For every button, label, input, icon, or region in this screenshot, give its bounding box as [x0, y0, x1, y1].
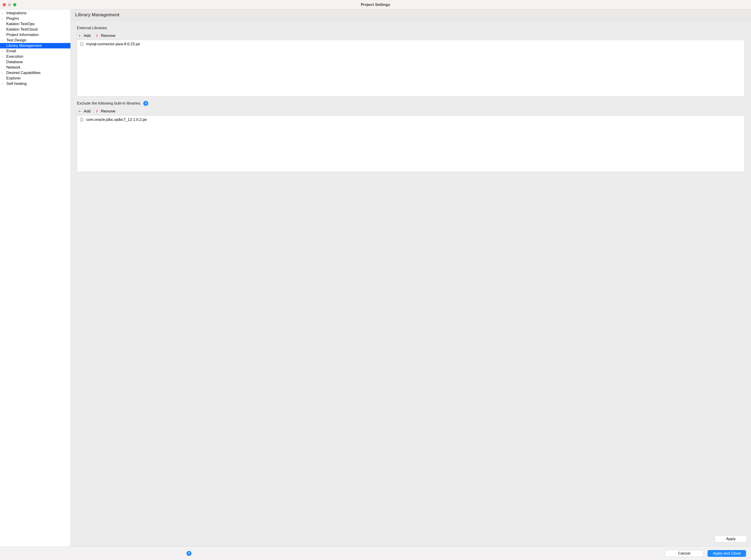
sidebar-item[interactable]: ›Integrations — [0, 11, 71, 16]
svg-text:010: 010 — [81, 119, 83, 121]
library-filename: com.oracle.jdbc.ojdbc7_12.1.0.2.jar — [86, 117, 147, 122]
content-body: External Libraries Add Remove — [71, 20, 751, 532]
chevron-right-icon: › — [2, 12, 5, 15]
chevron-right-icon: › — [2, 39, 5, 42]
sidebar-item[interactable]: Database — [0, 59, 71, 65]
sidebar-item-label: Integrations — [5, 11, 26, 15]
exclude-builtin-toolbar: Add Remove — [77, 108, 745, 114]
sidebar-item-label: Explorer — [5, 76, 21, 81]
content-pane: Library Management External Libraries Ad… — [71, 9, 751, 546]
sidebar-item[interactable]: Katalon TestOps — [0, 21, 71, 27]
sidebar: ›Integrations›PluginsKatalon TestOpsKata… — [0, 9, 71, 546]
sidebar-item-label: Database — [5, 60, 23, 64]
cancel-button[interactable]: Cancel — [665, 550, 704, 557]
exclude-add-label: Add — [84, 109, 91, 114]
jar-file-icon: 010 — [79, 42, 84, 46]
sidebar-item[interactable]: ›Plugins — [0, 16, 71, 21]
external-remove-label: Remove — [101, 34, 115, 38]
external-libraries-toolbar: Add Remove — [77, 33, 745, 38]
sidebar-item-label: Katalon TestCloud — [5, 27, 38, 32]
external-libraries-title: External Libraries — [77, 26, 745, 30]
trash-icon — [94, 108, 100, 114]
chevron-right-icon: › — [2, 71, 5, 75]
sidebar-item[interactable]: Explorer — [0, 76, 71, 81]
content-header: Library Management — [71, 9, 751, 20]
sidebar-item[interactable]: Katalon TestCloud — [0, 27, 71, 32]
jar-file-icon: 010 — [79, 117, 84, 122]
sidebar-item-label: Network — [5, 65, 20, 70]
sidebar-item[interactable]: ›Test Design — [0, 38, 71, 43]
footer-help-icon[interactable]: ? — [186, 551, 192, 556]
sidebar-item-label: Test Design — [5, 38, 26, 42]
library-row[interactable]: 010com.oracle.jdbc.ojdbc7_12.1.0.2.jar — [77, 116, 745, 124]
help-icon[interactable]: ? — [143, 101, 148, 106]
chevron-right-icon: › — [2, 55, 5, 58]
sidebar-item-label: Katalon TestOps — [5, 22, 34, 26]
main: ›Integrations›PluginsKatalon TestOpsKata… — [0, 9, 751, 546]
sidebar-item-label: Library Management — [5, 43, 42, 48]
exclude-builtin-section: Exclude the following built-in libraries… — [77, 101, 745, 172]
apply-and-close-button[interactable]: Apply and Close — [708, 550, 746, 557]
sidebar-item[interactable]: Library Management — [0, 43, 71, 48]
exclude-remove-label: Remove — [101, 109, 115, 114]
plus-icon — [77, 33, 82, 38]
svg-rect-1 — [81, 42, 83, 43]
sidebar-item-label: Project Information — [5, 33, 39, 37]
external-add-button[interactable]: Add — [77, 33, 91, 38]
sidebar-item[interactable]: ›Email — [0, 48, 71, 54]
external-libraries-list[interactable]: 010mysql-connector-java-8.0.23.jar — [77, 40, 745, 96]
external-libraries-section: External Libraries Add Remove — [77, 26, 745, 96]
svg-text:010: 010 — [81, 44, 83, 45]
library-filename: mysql-connector-java-8.0.23.jar — [86, 42, 140, 46]
sidebar-item[interactable]: ›Self-healing — [0, 81, 71, 86]
svg-rect-4 — [81, 118, 83, 119]
sidebar-item-label: Email — [5, 49, 16, 54]
sidebar-item-label: Execution — [5, 54, 23, 59]
chevron-right-icon: › — [2, 82, 5, 85]
window-title: Project Settings — [0, 2, 751, 7]
sidebar-item-label: Desired Capabilities — [5, 71, 40, 75]
exclude-remove-button[interactable]: Remove — [94, 108, 115, 114]
apply-button[interactable]: Apply — [715, 536, 747, 542]
trash-icon — [94, 33, 100, 38]
sidebar-item-label: Self-healing — [5, 81, 27, 86]
sidebar-item[interactable]: ›Desired Capabilities — [0, 70, 71, 76]
sidebar-item-label: Plugins — [5, 16, 19, 21]
exclude-add-button[interactable]: Add — [77, 108, 91, 114]
external-remove-button[interactable]: Remove — [94, 33, 115, 38]
exclude-builtin-title: Exclude the following built-in libraries… — [77, 101, 141, 106]
dialog-footer: ? Cancel Apply and Close — [0, 546, 751, 560]
exclude-builtin-title-row: Exclude the following built-in libraries… — [77, 101, 745, 106]
sidebar-item[interactable]: Network — [0, 65, 71, 70]
settings-tree: ›Integrations›PluginsKatalon TestOpsKata… — [0, 9, 71, 86]
library-row[interactable]: 010mysql-connector-java-8.0.23.jar — [77, 40, 745, 48]
chevron-right-icon: › — [2, 17, 5, 20]
apply-row: Apply — [71, 532, 751, 546]
exclude-builtin-list[interactable]: 010com.oracle.jdbc.ojdbc7_12.1.0.2.jar — [77, 115, 745, 172]
sidebar-item[interactable]: Project Information — [0, 32, 71, 38]
sidebar-item[interactable]: ›Execution — [0, 54, 71, 59]
chevron-right-icon: › — [2, 49, 5, 53]
plus-icon — [77, 108, 82, 114]
titlebar: Project Settings — [0, 0, 751, 9]
external-add-label: Add — [84, 34, 91, 38]
